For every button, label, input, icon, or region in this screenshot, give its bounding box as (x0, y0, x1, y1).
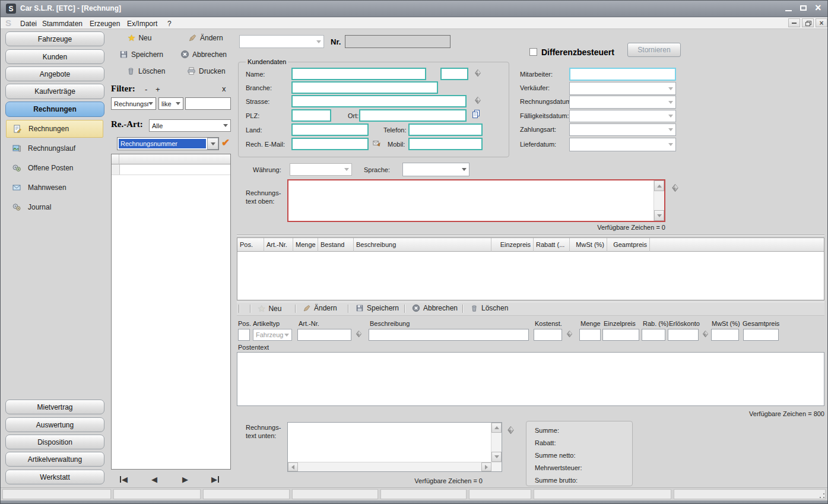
invoice-type-select[interactable] (239, 35, 324, 48)
items-col-gesamtpreis[interactable]: Geamtpreis (607, 238, 650, 252)
nav-last-button[interactable]: ▶ (211, 475, 219, 484)
mitarbeiter-input[interactable] (569, 68, 676, 81)
sort-select[interactable]: Rechnungsnummer (117, 137, 219, 150)
strasse-input[interactable] (291, 95, 467, 107)
sidebar-item-auswertung[interactable]: Auswertung (5, 417, 104, 432)
minimize-icon[interactable] (785, 10, 792, 11)
sidebar-item-fahrzeuge[interactable]: Fahrzeuge (5, 31, 104, 46)
maximize-icon[interactable] (800, 5, 807, 11)
sidebar-subitem-journal[interactable]: Journal (6, 198, 103, 216)
items-col-einzelpreis[interactable]: Einzepreis (491, 238, 534, 252)
list-row[interactable] (120, 164, 230, 175)
item-artnr-gem-icon[interactable] (355, 330, 363, 338)
text-oben-textarea[interactable] (287, 179, 665, 222)
sidebar-subitem-rechnungen[interactable]: Rechnungen (6, 120, 103, 138)
rechnungsdatum-select[interactable] (569, 96, 676, 109)
scroll-up-icon[interactable] (654, 180, 664, 191)
resize-grip-icon[interactable] (819, 492, 826, 499)
scroll-right-icon[interactable] (481, 462, 491, 471)
sidebar-item-kaufvertraege[interactable]: Kaufverträge (5, 84, 104, 99)
menu-erzeugen[interactable]: Erzeugen (90, 20, 120, 28)
filter-operator-select[interactable]: like (158, 97, 183, 110)
sidebar-subitem-mahnwesen[interactable]: Mahnwesen (6, 179, 103, 196)
sort-dropdown-arrow-icon[interactable] (207, 138, 218, 150)
sidebar-item-artikelverwaltung[interactable]: Artikelverwaltung (5, 452, 104, 467)
item-beschreibung-input[interactable] (369, 329, 529, 341)
items-col-rabatt[interactable]: Rabatt (... (534, 238, 570, 252)
filter-value-input[interactable] (185, 97, 231, 110)
items-col-menge[interactable]: Menge (293, 238, 318, 252)
item-erloeskonto-input[interactable] (668, 329, 699, 341)
items-col-artnr[interactable]: Art.-Nr. (264, 238, 293, 252)
item-kostenst-gem-icon[interactable] (566, 330, 573, 338)
close-icon[interactable]: × (815, 2, 821, 14)
menu-stammdaten[interactable]: Stammdaten (42, 20, 83, 28)
item-cancel-button[interactable]: Abbrechen (412, 304, 458, 312)
send-email-icon[interactable] (372, 138, 381, 147)
item-artnr-input[interactable] (297, 329, 351, 341)
item-kostenst-input[interactable] (534, 329, 562, 341)
sidebar-item-rechnungen[interactable]: Rechnungen (5, 102, 104, 117)
re-art-select[interactable]: Alle (149, 119, 231, 132)
sprache-select[interactable] (402, 163, 469, 176)
text-oben-scrollbar[interactable] (653, 180, 664, 221)
zahlungsart-select[interactable] (569, 123, 676, 136)
postentext-textarea[interactable] (237, 352, 824, 406)
branche-input[interactable] (291, 81, 438, 94)
item-edit-button[interactable]: Ändern (303, 304, 337, 312)
nav-first-button[interactable]: ◀ (120, 475, 128, 484)
verkaeufer-select[interactable] (569, 82, 676, 95)
item-artikeltyp-select[interactable]: Fahrzeug (253, 329, 292, 341)
filter-field-select[interactable]: Rechnungsn (111, 97, 156, 110)
sidebar-item-mietvertrag[interactable]: Mietvertrag (5, 400, 104, 414)
item-rab-input[interactable] (642, 329, 665, 341)
item-save-button[interactable]: Speichern (356, 304, 399, 312)
text-oben-gem-icon[interactable] (671, 183, 680, 192)
land-input[interactable] (291, 123, 369, 136)
mobil-input[interactable] (408, 138, 483, 150)
name-gem-icon[interactable] (474, 69, 482, 77)
plz-input[interactable] (291, 109, 331, 122)
menu-datei[interactable]: Datei (20, 20, 37, 28)
differenzbesteuert-checkbox[interactable] (529, 48, 537, 56)
sidebar-subitem-offene-posten[interactable]: Offene Posten (6, 159, 103, 177)
scroll-left-icon[interactable] (288, 462, 298, 471)
items-col-mwst[interactable]: MwSt (%) (570, 238, 607, 252)
ort-input[interactable] (359, 109, 467, 122)
filter-clear-button[interactable]: x (222, 84, 226, 93)
item-toolbar-handle[interactable] (239, 305, 240, 313)
sidebar-item-angebote[interactable]: Angebote (5, 66, 104, 81)
save-button[interactable]: Speichern (119, 50, 163, 59)
faelligkeitsdatum-select[interactable] (569, 110, 676, 122)
item-menge-input[interactable] (579, 329, 601, 341)
text-unten-textarea[interactable] (287, 422, 502, 472)
telefon-input[interactable] (408, 123, 483, 136)
mdi-restore-icon[interactable] (802, 18, 814, 27)
waehrung-select[interactable] (290, 163, 352, 176)
rech-email-input[interactable] (291, 138, 369, 150)
scroll-up-icon[interactable] (491, 423, 502, 433)
sidebar-item-disposition[interactable]: Disposition (5, 435, 104, 449)
sidebar-item-kunden[interactable]: Kunden (5, 49, 104, 64)
apply-sort-check-icon[interactable]: ✔ (221, 137, 230, 149)
item-gesamtpreis-input[interactable] (743, 329, 779, 341)
text-unten-gem-icon[interactable] (506, 426, 515, 435)
scroll-down-icon[interactable] (491, 452, 502, 462)
name-input[interactable] (291, 68, 426, 80)
lieferdatum-select[interactable] (569, 138, 676, 151)
item-mwst-input[interactable] (711, 329, 739, 341)
item-erloeskonto-gem-icon[interactable] (702, 330, 709, 338)
sidebar-item-werkstatt[interactable]: Werkstatt (5, 470, 104, 484)
mdi-close-icon[interactable]: × (816, 18, 827, 27)
new-button[interactable]: ★ Neu (128, 33, 151, 42)
delete-button[interactable]: Löschen (126, 66, 165, 75)
item-new-button[interactable]: ★ Neu (258, 304, 281, 313)
items-col-beschreibung[interactable]: Beschreibung (354, 238, 491, 252)
strasse-gem-icon[interactable] (474, 96, 482, 104)
sidebar-subitem-rechnungslauf[interactable]: Rechnungslauf (6, 140, 103, 157)
item-einzelpreis-input[interactable] (602, 329, 639, 341)
mdi-minimize-icon[interactable] (788, 18, 800, 27)
print-button[interactable]: Drucken (187, 66, 226, 75)
list-column-header[interactable] (119, 154, 230, 164)
copy-address-icon[interactable] (471, 109, 481, 119)
